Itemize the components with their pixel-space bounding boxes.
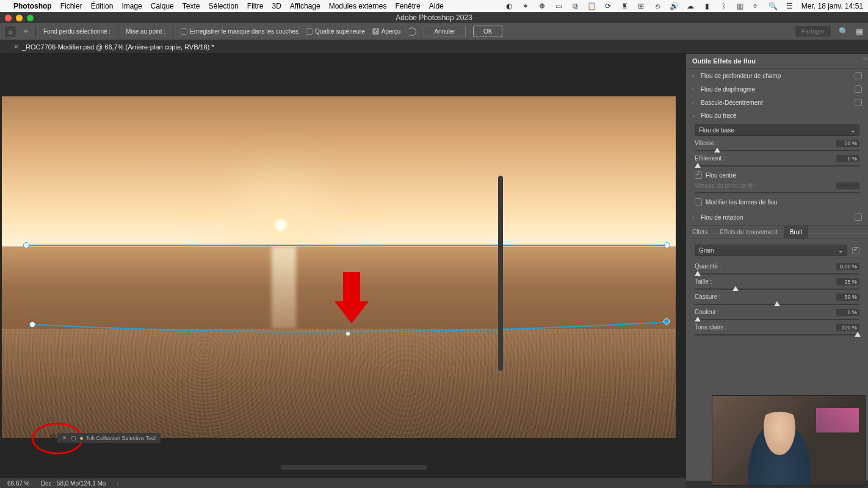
preview-checkbox[interactable] xyxy=(372,28,379,35)
search-icon[interactable]: 🔍 xyxy=(839,27,848,36)
scrollbar-horizontal[interactable] xyxy=(281,465,427,470)
menubar-icon[interactable]: ⎋ xyxy=(653,2,662,11)
menu-aide[interactable]: Aide xyxy=(429,2,444,10)
clock[interactable]: Mer. 18 janv. 14:51 xyxy=(801,2,863,10)
accordion-iris[interactable]: ›Flou de diaphragme xyxy=(686,82,868,96)
rough-value[interactable]: 50 % xyxy=(836,293,859,301)
menubar-icon[interactable]: ⊞ xyxy=(637,2,646,11)
menubar-icon[interactable]: ✶ xyxy=(521,2,530,11)
ok-button[interactable]: OK xyxy=(473,26,502,37)
flag-be-icon[interactable]: ▮ xyxy=(703,2,712,11)
accordion-tilt[interactable]: ›Bascule-Décentrement xyxy=(686,96,868,109)
highlights-label: Tons clairs : xyxy=(695,324,727,331)
tab-effects[interactable]: Effets xyxy=(686,226,714,239)
path-node[interactable] xyxy=(29,321,35,328)
tool-icon[interactable]: ✧ xyxy=(23,28,28,35)
taper-slider[interactable] xyxy=(695,165,859,167)
document-image[interactable] xyxy=(2,96,676,438)
toggle-checkbox[interactable] xyxy=(855,214,862,221)
menu-filtre[interactable]: Filtre xyxy=(247,2,264,10)
menu-texte[interactable]: Texte xyxy=(183,2,200,10)
menubar-icon[interactable]: ⟳ xyxy=(604,2,613,11)
menu-fichier[interactable]: Fichier xyxy=(60,2,82,10)
menu-fenetre[interactable]: Fenêtre xyxy=(395,2,420,10)
menubar-icon[interactable]: ⧉ xyxy=(571,2,580,11)
tab-noise[interactable]: Bruit xyxy=(784,226,809,239)
menu-calque[interactable]: Calque xyxy=(151,2,174,10)
app-menu[interactable]: Photoshop xyxy=(13,2,52,10)
share-button[interactable]: Partager xyxy=(795,26,831,37)
noise-type-dropdown[interactable]: Grain⌄ xyxy=(695,245,847,256)
home-button[interactable]: ⌂ xyxy=(5,26,16,37)
menubar-icon[interactable]: ❉ xyxy=(538,2,547,11)
search-icon[interactable]: 🔍 xyxy=(769,2,778,11)
menu-3d[interactable]: 3D xyxy=(272,2,281,10)
macos-menu-bar: Photoshop Fichier Édition Image Calque T… xyxy=(0,0,868,12)
scrollbar-vertical[interactable] xyxy=(498,176,503,371)
taper-value[interactable]: 0 % xyxy=(836,155,859,162)
menu-affichage[interactable]: Affichage xyxy=(290,2,320,10)
highlights-value[interactable]: 100 % xyxy=(836,324,859,331)
preview-label: Aperçu xyxy=(382,28,401,35)
reset-icon[interactable] xyxy=(408,27,416,36)
color-value[interactable]: 0 % xyxy=(836,309,859,316)
color-slider[interactable] xyxy=(695,319,859,320)
menubar-icon[interactable]: ▭ xyxy=(554,2,563,11)
path-node-selected[interactable] xyxy=(664,318,670,325)
size-slider[interactable] xyxy=(695,289,859,290)
amount-value[interactable]: 0,00 % xyxy=(836,263,859,270)
save-mask-checkbox[interactable] xyxy=(181,28,187,35)
nik-collection-bar[interactable]: ✕ ▢ Nik Collection Selective Tool xyxy=(57,433,161,443)
nik-close-icon[interactable]: ✕ xyxy=(62,435,67,441)
accordion-depth[interactable]: ›Flou de profondeur de champ xyxy=(686,69,868,82)
maximize-window-button[interactable] xyxy=(27,15,34,21)
rough-slider[interactable] xyxy=(695,304,859,305)
menu-edition[interactable]: Édition xyxy=(91,2,114,10)
status-bar: 66,67 % Doc : 58,0 Mo/124,1 Mo › xyxy=(0,478,686,488)
close-tab-icon[interactable]: ✕ xyxy=(13,43,18,50)
canvas-area[interactable]: ✧₊ ✕ ▢ Nik Collection Selective Tool xyxy=(0,54,686,481)
menubar-icon[interactable]: ♜ xyxy=(620,2,629,11)
accordion-spin[interactable]: ›Flou de rotation xyxy=(686,210,868,224)
size-label: Taille : xyxy=(695,278,712,285)
amount-slider[interactable] xyxy=(695,273,859,274)
toggle-checkbox[interactable] xyxy=(855,99,862,106)
battery-icon[interactable]: ▥ xyxy=(736,2,745,11)
edit-shapes-checkbox[interactable] xyxy=(695,198,702,206)
close-window-button[interactable] xyxy=(5,15,12,21)
cancel-button[interactable]: Annuler xyxy=(424,26,465,37)
menubar-icon[interactable]: ☁ xyxy=(686,2,695,11)
sound-icon[interactable]: 🔊 xyxy=(670,2,679,11)
toggle-checkbox[interactable] xyxy=(855,72,862,79)
control-center-icon[interactable]: ☰ xyxy=(785,2,794,11)
nik-expand-icon[interactable]: ▢ xyxy=(71,435,76,441)
menu-image[interactable]: Image xyxy=(121,2,142,10)
highlights-slider[interactable] xyxy=(695,334,859,336)
wifi-icon[interactable]: ᯤ xyxy=(752,2,761,11)
menu-selection[interactable]: Sélection xyxy=(208,2,238,10)
menu-modules[interactable]: Modules externes xyxy=(329,2,387,10)
accordion-path[interactable]: ⌄Flou du tracé xyxy=(686,109,868,122)
speed-slider[interactable] xyxy=(695,150,859,151)
noise-enable-checkbox[interactable] xyxy=(852,247,859,254)
toggle-checkbox[interactable] xyxy=(855,85,862,93)
blur-preset-dropdown[interactable]: Flou de base⌄ xyxy=(695,124,859,136)
menubar-icon[interactable]: ◐ xyxy=(505,2,514,11)
minimize-window-button[interactable] xyxy=(16,15,23,21)
document-tab[interactable]: ✕ _ROC7706-Modifier.psd @ 66,7% (Arrière… xyxy=(0,40,868,54)
doc-size[interactable]: Doc : 58,0 Mo/124,1 Mo xyxy=(41,480,106,487)
centered-checkbox[interactable] xyxy=(695,171,702,179)
workspace-icon[interactable]: ▦ xyxy=(856,27,863,36)
menubar-icon[interactable]: 📋 xyxy=(587,2,596,11)
expand-panels-icon[interactable]: ›› xyxy=(863,55,867,62)
tab-motion[interactable]: Effets de mouvement xyxy=(714,226,783,239)
size-value[interactable]: 25 % xyxy=(836,278,859,285)
taper-label: Effilement : xyxy=(695,155,725,162)
speed-value[interactable]: 50 % xyxy=(836,140,859,147)
path-midpoint[interactable] xyxy=(345,331,350,336)
zoom-level[interactable]: 66,67 % xyxy=(7,480,30,487)
hq-checkbox[interactable] xyxy=(306,28,313,35)
status-chevron-icon[interactable]: › xyxy=(117,480,118,487)
bluetooth-icon[interactable]: ᛒ xyxy=(719,2,728,11)
centered-label: Flou centré xyxy=(706,172,736,179)
